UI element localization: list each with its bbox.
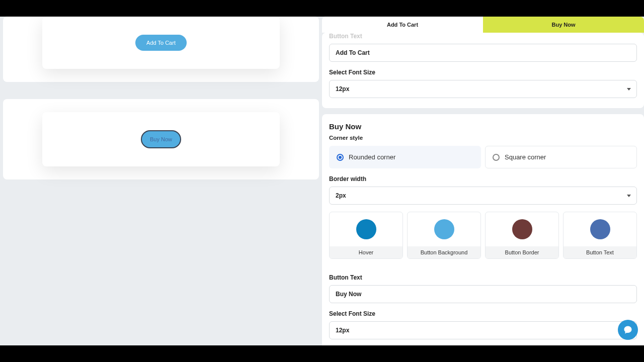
chat-fab[interactable]: [618, 320, 638, 340]
preview-inner: Buy Now: [42, 112, 280, 166]
field-label-button-text: Button Text: [329, 33, 637, 40]
panel-tabs: Add To Cart Buy Now: [322, 17, 644, 33]
preview-card-add-to-cart: Add To Cart: [3, 17, 319, 82]
swatch-background[interactable]: Button Background: [407, 212, 481, 259]
swatch-text[interactable]: Button Text: [563, 212, 637, 259]
swatch-circle: [434, 219, 454, 239]
radio-on-icon: [337, 154, 344, 161]
swatch-label: Button Text: [564, 246, 636, 258]
button-text-input-buy[interactable]: [329, 285, 637, 303]
radio-rounded-corner[interactable]: Rounded corner: [329, 146, 481, 168]
swatch-label: Hover: [330, 246, 403, 258]
font-size-select-buy[interactable]: 12px: [329, 321, 637, 339]
font-size-select-atc[interactable]: 12px: [329, 80, 637, 98]
corner-style-radio-group: Rounded corner Square corner: [329, 146, 637, 168]
field-label-button-text-buy: Button Text: [329, 274, 637, 281]
field-label-font-size-buy: Select Font Size: [329, 310, 637, 317]
chat-icon: [623, 325, 633, 335]
panel-add-to-cart: Button Text Select Font Size 12px: [322, 33, 644, 108]
swatch-label: Button Background: [408, 246, 480, 258]
radio-label: Rounded corner: [349, 153, 395, 161]
preview-card-buy-now: Buy Now: [3, 99, 319, 179]
preview-inner: Add To Cart: [42, 17, 280, 69]
preview-add-to-cart-button[interactable]: Add To Cart: [135, 35, 187, 51]
button-text-input-atc[interactable]: [329, 44, 637, 62]
border-width-select[interactable]: 2px: [329, 187, 637, 205]
tab-add-to-cart[interactable]: Add To Cart: [322, 17, 483, 33]
swatch-circle: [512, 219, 532, 239]
field-label-border-width: Border width: [329, 175, 637, 183]
swatch-circle: [590, 219, 610, 239]
field-label-corner-style: Corner style: [329, 135, 637, 141]
tab-buy-now[interactable]: Buy Now: [483, 17, 644, 33]
swatch-circle: [356, 219, 376, 239]
radio-label: Square corner: [505, 153, 546, 161]
radio-square-corner[interactable]: Square corner: [485, 146, 637, 168]
panel-buy-now: Buy Now Corner style Rounded corner Squa…: [322, 114, 644, 345]
color-swatches: Hover Button Background Button Border Bu…: [329, 212, 637, 259]
section-title-buy-now: Buy Now: [329, 114, 637, 131]
swatch-hover[interactable]: Hover: [329, 212, 403, 259]
swatch-border[interactable]: Button Border: [485, 212, 559, 259]
swatch-label: Button Border: [486, 246, 558, 258]
radio-off-icon: [493, 154, 500, 161]
preview-buy-now-button[interactable]: Buy Now: [141, 130, 181, 148]
field-label-font-size-atc: Select Font Size: [329, 69, 637, 76]
